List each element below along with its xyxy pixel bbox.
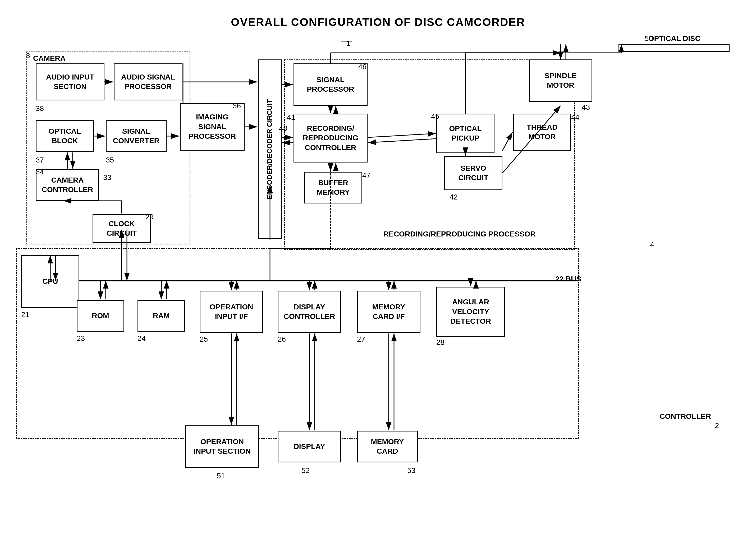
- cpu-label: CPU: [42, 277, 58, 286]
- servo-circuit-block: SERVOCIRCUIT: [444, 156, 502, 190]
- ref-24: 24: [138, 334, 146, 343]
- ref-45: 45: [431, 112, 439, 121]
- optical-disc-label: OPTICAL DISC: [648, 34, 700, 43]
- optical-pickup-label: OPTICALPICKUP: [449, 124, 482, 143]
- ref-53: 53: [407, 466, 416, 475]
- ref-41: 41: [287, 113, 295, 121]
- audio-input-block: AUDIO INPUTSECTION: [36, 64, 104, 100]
- spindle-motor-label: SPINDLEMOTOR: [545, 71, 577, 90]
- ram-block: RAM: [138, 300, 185, 332]
- ref-44: 44: [571, 113, 580, 121]
- buffer-memory-block: BUFFERMEMORY: [304, 172, 362, 203]
- ref-21: 21: [21, 311, 29, 319]
- ref-47: 47: [362, 171, 370, 180]
- ref-34: 34: [36, 168, 44, 176]
- recording-processor-label: RECORDING/REPRODUCING PROCESSOR: [383, 230, 536, 238]
- ref-25: 25: [200, 335, 208, 343]
- audio-signal-processor-block: AUDIO SIGNALPROCESSOR: [114, 64, 182, 100]
- thread-motor-label: THREADMOTOR: [527, 123, 558, 142]
- diagram: OVERALL CONFIGURATION OF DISC CAMCORDER …: [0, 0, 756, 534]
- memory-card-label: MEMORYCARD: [371, 437, 404, 456]
- bus-line: [24, 280, 579, 281]
- angular-velocity-block: ANGULARVELOCITYDETECTOR: [436, 287, 505, 337]
- ref-26: 26: [278, 335, 286, 343]
- servo-circuit-label: SERVOCIRCUIT: [458, 164, 488, 183]
- imaging-signal-processor-block: IMAGINGSIGNALPROCESSOR: [180, 103, 245, 151]
- clock-circuit-label: CLOCKCIRCUIT: [107, 219, 137, 238]
- optical-disc-ref: 50: [645, 34, 653, 43]
- memory-card-block: MEMORYCARD: [357, 431, 418, 462]
- cpu-block: CPU: [21, 255, 79, 308]
- ref-1: 1: [346, 39, 351, 48]
- ref-51: 51: [217, 471, 225, 480]
- signal-converter-label: SIGNALCONVERTER: [113, 127, 159, 146]
- camera-controller-block: CAMERACONTROLLER: [36, 169, 99, 201]
- optical-disc-shape: [618, 44, 730, 52]
- ref-52: 52: [302, 466, 310, 475]
- recording-reproducing-block: RECORDING/REPRODUCINGCONTROLLER: [293, 114, 367, 163]
- ref-28: 28: [436, 338, 445, 347]
- thread-motor-block: THREADMOTOR: [513, 114, 571, 151]
- rom-block: ROM: [77, 300, 124, 332]
- memory-card-if-block: MEMORYCARD I/F: [357, 291, 420, 333]
- page-title: OVERALL CONFIGURATION OF DISC CAMCORDER: [231, 16, 525, 29]
- audio-signal-processor-label: AUDIO SIGNALPROCESSOR: [121, 72, 175, 92]
- optical-pickup-block: OPTICALPICKUP: [436, 114, 495, 153]
- ref-46: 46: [358, 63, 366, 71]
- display-block: DISPLAY: [278, 431, 341, 462]
- encoder-decoder-label: ENCODER/DECODER CIRCUIT: [265, 99, 274, 199]
- ref-27: 27: [357, 335, 365, 343]
- bus-label: 22 BUS: [555, 275, 581, 283]
- ref-37: 37: [36, 156, 44, 165]
- ref-36: 36: [233, 102, 241, 110]
- signal-processor-block: SIGNALPROCESSOR: [293, 64, 367, 106]
- ref-38: 38: [36, 104, 44, 113]
- optical-block: OPTICALBLOCK: [36, 120, 94, 152]
- rom-label: ROM: [92, 311, 109, 320]
- camera-controller-label: CAMERACONTROLLER: [42, 175, 93, 195]
- display-controller-block: DISPLAYCONTROLLER: [278, 291, 341, 333]
- memory-card-if-label: MEMORYCARD I/F: [372, 302, 405, 321]
- audio-input-label: AUDIO INPUTSECTION: [46, 72, 94, 92]
- imaging-signal-processor-label: IMAGINGSIGNALPROCESSOR: [189, 112, 236, 141]
- display-label: DISPLAY: [294, 442, 325, 451]
- camera-label: CAMERA: [33, 54, 66, 63]
- ref-43: 43: [582, 103, 590, 112]
- operation-input-section-block: OPERATIONINPUT SECTION: [185, 425, 259, 468]
- display-controller-label: DISPLAYCONTROLLER: [284, 302, 335, 321]
- controller-box: [16, 248, 579, 439]
- buffer-memory-label: BUFFERMEMORY: [317, 178, 350, 197]
- ref-23: 23: [77, 334, 85, 343]
- camera-ref: 3: [26, 52, 30, 60]
- ref-48: 48: [279, 124, 287, 133]
- ref-42: 42: [449, 193, 458, 201]
- controller-label: CONTROLLER: [660, 412, 711, 420]
- angular-velocity-label: ANGULARVELOCITYDETECTOR: [450, 297, 491, 326]
- operation-input-if-label: OPERATIONINPUT I/F: [210, 302, 253, 321]
- recording-reproducing-label: RECORDING/REPRODUCINGCONTROLLER: [303, 124, 358, 152]
- optical-block-label: OPTICALBLOCK: [49, 127, 81, 146]
- signal-processor-label: SIGNALPROCESSOR: [307, 75, 354, 94]
- encoder-decoder-block: ENCODER/DECODER CIRCUIT: [258, 60, 282, 239]
- ref-33: 33: [103, 173, 111, 182]
- clock-circuit-block: CLOCKCIRCUIT: [93, 214, 151, 243]
- spindle-motor-block: SPINDLEMOTOR: [529, 60, 592, 102]
- ref-35: 35: [106, 156, 114, 165]
- ref-29: 29: [146, 213, 154, 221]
- operation-input-if-block: OPERATIONINPUT I/F: [200, 291, 263, 333]
- ram-label: RAM: [153, 311, 170, 320]
- recording-processor-ref: 4: [650, 241, 654, 249]
- signal-converter-block: SIGNALCONVERTER: [106, 120, 167, 152]
- operation-input-section-label: OPERATIONINPUT SECTION: [194, 437, 251, 456]
- controller-ref: 2: [715, 421, 719, 430]
